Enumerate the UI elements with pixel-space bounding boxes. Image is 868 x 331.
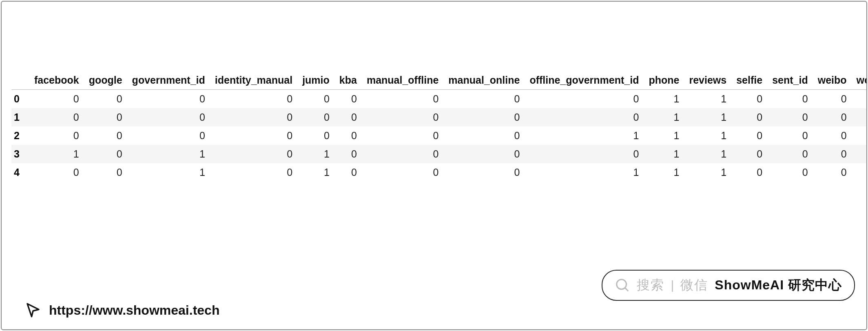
table-row: 000000000011000	[11, 90, 866, 109]
footer-url: https://www.showmeai.tech	[49, 303, 219, 318]
index-header	[11, 71, 29, 90]
cell: 0	[525, 145, 644, 163]
col-header: weibo	[813, 71, 852, 90]
table-row: 400101000111000	[11, 163, 866, 182]
cell: 0	[362, 90, 443, 109]
cell: 0	[813, 90, 852, 109]
col-header: manual_offline	[362, 71, 443, 90]
cell: 0	[210, 108, 297, 127]
cell: 0	[813, 163, 852, 182]
cell: 0	[731, 108, 767, 127]
cell: 0	[525, 90, 644, 109]
svg-point-0	[616, 280, 626, 289]
cell: 0	[297, 90, 334, 109]
cell: 1	[644, 108, 684, 127]
cell: 0	[210, 127, 297, 145]
col-header: reviews	[684, 71, 731, 90]
dataframe-table-wrap: facebook google government_id identity_m…	[2, 2, 866, 182]
cell: 0	[84, 145, 127, 163]
cell: 1	[127, 145, 210, 163]
cell: 0	[297, 127, 334, 145]
cell: 0	[813, 108, 852, 127]
cell: 0	[731, 145, 767, 163]
cell: 0	[767, 108, 813, 127]
cell: 0	[334, 163, 362, 182]
row-index: 2	[11, 127, 29, 145]
cell: 0	[334, 90, 362, 109]
cell: 0	[767, 127, 813, 145]
cell: 1	[127, 163, 210, 182]
cell: 1	[644, 90, 684, 109]
svg-line-1	[625, 288, 628, 291]
cell: 0	[813, 127, 852, 145]
cell: 0	[334, 145, 362, 163]
cell: 0	[731, 163, 767, 182]
cell: 0	[767, 90, 813, 109]
cell: 0	[210, 90, 297, 109]
col-header: jumio	[297, 71, 334, 90]
cell	[852, 90, 866, 109]
cell: 0	[767, 163, 813, 182]
cell: 0	[334, 108, 362, 127]
cell: 1	[644, 145, 684, 163]
search-hint: 搜索	[637, 276, 664, 294]
cell: 0	[29, 90, 84, 109]
cell	[852, 163, 866, 182]
col-header: sent_id	[767, 71, 813, 90]
cell: 0	[210, 163, 297, 182]
cell: 1	[684, 127, 731, 145]
col-header: selfie	[731, 71, 767, 90]
col-header: work_em	[852, 71, 866, 90]
cell: 1	[29, 145, 84, 163]
table-row: 310101000011000	[11, 145, 866, 163]
cell: 0	[767, 145, 813, 163]
content-frame: facebook google government_id identity_m…	[1, 1, 867, 330]
cell: 1	[644, 163, 684, 182]
cell: 0	[443, 163, 525, 182]
cell: 0	[362, 108, 443, 127]
cell: 0	[525, 108, 644, 127]
cell: 0	[29, 163, 84, 182]
table-row: 100000000011000	[11, 108, 866, 127]
cell: 0	[731, 127, 767, 145]
cell: 0	[84, 163, 127, 182]
cell	[852, 145, 866, 163]
cell: 0	[127, 90, 210, 109]
brand-name: ShowMeAI 研究中心	[715, 276, 842, 294]
search-badge: 搜索 | 微信 ShowMeAI 研究中心	[602, 270, 855, 301]
cell: 0	[443, 108, 525, 127]
cell	[852, 108, 866, 127]
cell: 0	[127, 127, 210, 145]
cell: 1	[644, 127, 684, 145]
cell: 0	[443, 90, 525, 109]
cell: 0	[127, 108, 210, 127]
cell: 1	[684, 90, 731, 109]
row-index: 0	[11, 90, 29, 109]
cell: 0	[813, 145, 852, 163]
cell: 0	[84, 108, 127, 127]
cell: 1	[684, 145, 731, 163]
cell: 0	[29, 108, 84, 127]
cell: 1	[684, 108, 731, 127]
cell: 1	[297, 145, 334, 163]
col-header: offline_government_id	[525, 71, 644, 90]
row-index: 1	[11, 108, 29, 127]
cell: 0	[362, 145, 443, 163]
cell: 0	[84, 127, 127, 145]
cell: 0	[84, 90, 127, 109]
cell: 0	[29, 127, 84, 145]
table-header-row: facebook google government_id identity_m…	[11, 71, 866, 90]
dataframe-table: facebook google government_id identity_m…	[11, 71, 866, 182]
col-header: manual_online	[443, 71, 525, 90]
col-header: facebook	[29, 71, 84, 90]
col-header: identity_manual	[210, 71, 297, 90]
cell: 0	[362, 127, 443, 145]
cell: 0	[362, 163, 443, 182]
table-body: 0000000000110001000000000110002000000001…	[11, 90, 866, 182]
footer-link: https://www.showmeai.tech	[24, 302, 219, 319]
cell: 1	[525, 127, 644, 145]
row-index: 3	[11, 145, 29, 163]
table-row: 200000000111000	[11, 127, 866, 145]
row-index: 4	[11, 163, 29, 182]
cell: 1	[525, 163, 644, 182]
